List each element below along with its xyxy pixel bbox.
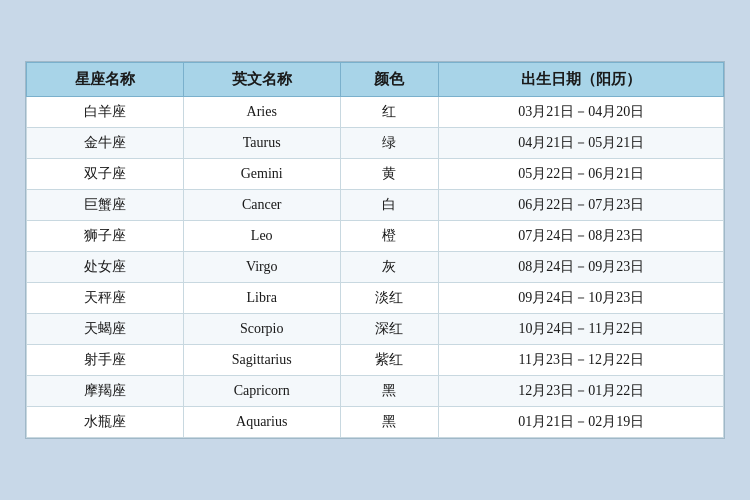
cell-english-name: Aquarius [183, 407, 340, 438]
cell-color: 黑 [340, 376, 439, 407]
cell-english-name: Sagittarius [183, 345, 340, 376]
table-header-row: 星座名称 英文名称 颜色 出生日期（阳历） [27, 63, 724, 97]
cell-color: 红 [340, 97, 439, 128]
cell-color: 黄 [340, 159, 439, 190]
cell-dates: 05月22日－06月21日 [439, 159, 724, 190]
cell-color: 绿 [340, 128, 439, 159]
cell-chinese-name: 白羊座 [27, 97, 184, 128]
cell-dates: 06月22日－07月23日 [439, 190, 724, 221]
table-row: 金牛座Taurus绿04月21日－05月21日 [27, 128, 724, 159]
table-body: 白羊座Aries红03月21日－04月20日金牛座Taurus绿04月21日－0… [27, 97, 724, 438]
cell-color: 白 [340, 190, 439, 221]
table-row: 水瓶座Aquarius黑01月21日－02月19日 [27, 407, 724, 438]
cell-english-name: Taurus [183, 128, 340, 159]
cell-color: 淡红 [340, 283, 439, 314]
cell-dates: 01月21日－02月19日 [439, 407, 724, 438]
table-row: 天蝎座Scorpio深红10月24日－11月22日 [27, 314, 724, 345]
cell-chinese-name: 金牛座 [27, 128, 184, 159]
cell-english-name: Aries [183, 97, 340, 128]
table-row: 白羊座Aries红03月21日－04月20日 [27, 97, 724, 128]
table-row: 巨蟹座Cancer白06月22日－07月23日 [27, 190, 724, 221]
table-row: 射手座Sagittarius紫红11月23日－12月22日 [27, 345, 724, 376]
cell-english-name: Gemini [183, 159, 340, 190]
cell-color: 黑 [340, 407, 439, 438]
table-row: 双子座Gemini黄05月22日－06月21日 [27, 159, 724, 190]
cell-english-name: Virgo [183, 252, 340, 283]
cell-color: 灰 [340, 252, 439, 283]
cell-dates: 08月24日－09月23日 [439, 252, 724, 283]
cell-dates: 03月21日－04月20日 [439, 97, 724, 128]
cell-chinese-name: 处女座 [27, 252, 184, 283]
cell-color: 深红 [340, 314, 439, 345]
cell-chinese-name: 狮子座 [27, 221, 184, 252]
cell-chinese-name: 摩羯座 [27, 376, 184, 407]
header-chinese-name: 星座名称 [27, 63, 184, 97]
cell-english-name: Libra [183, 283, 340, 314]
cell-dates: 11月23日－12月22日 [439, 345, 724, 376]
cell-color: 橙 [340, 221, 439, 252]
cell-chinese-name: 天秤座 [27, 283, 184, 314]
table-row: 处女座Virgo灰08月24日－09月23日 [27, 252, 724, 283]
cell-dates: 10月24日－11月22日 [439, 314, 724, 345]
cell-dates: 07月24日－08月23日 [439, 221, 724, 252]
cell-dates: 09月24日－10月23日 [439, 283, 724, 314]
cell-chinese-name: 双子座 [27, 159, 184, 190]
table-row: 摩羯座Capricorn黑12月23日－01月22日 [27, 376, 724, 407]
zodiac-table-container: 星座名称 英文名称 颜色 出生日期（阳历） 白羊座Aries红03月21日－04… [25, 61, 725, 439]
cell-chinese-name: 巨蟹座 [27, 190, 184, 221]
cell-english-name: Leo [183, 221, 340, 252]
cell-dates: 04月21日－05月21日 [439, 128, 724, 159]
cell-english-name: Capricorn [183, 376, 340, 407]
header-color: 颜色 [340, 63, 439, 97]
header-english-name: 英文名称 [183, 63, 340, 97]
cell-chinese-name: 水瓶座 [27, 407, 184, 438]
cell-dates: 12月23日－01月22日 [439, 376, 724, 407]
cell-chinese-name: 天蝎座 [27, 314, 184, 345]
table-row: 狮子座Leo橙07月24日－08月23日 [27, 221, 724, 252]
zodiac-table: 星座名称 英文名称 颜色 出生日期（阳历） 白羊座Aries红03月21日－04… [26, 62, 724, 438]
cell-english-name: Cancer [183, 190, 340, 221]
cell-color: 紫红 [340, 345, 439, 376]
header-dates: 出生日期（阳历） [439, 63, 724, 97]
cell-chinese-name: 射手座 [27, 345, 184, 376]
cell-english-name: Scorpio [183, 314, 340, 345]
table-row: 天秤座Libra淡红09月24日－10月23日 [27, 283, 724, 314]
